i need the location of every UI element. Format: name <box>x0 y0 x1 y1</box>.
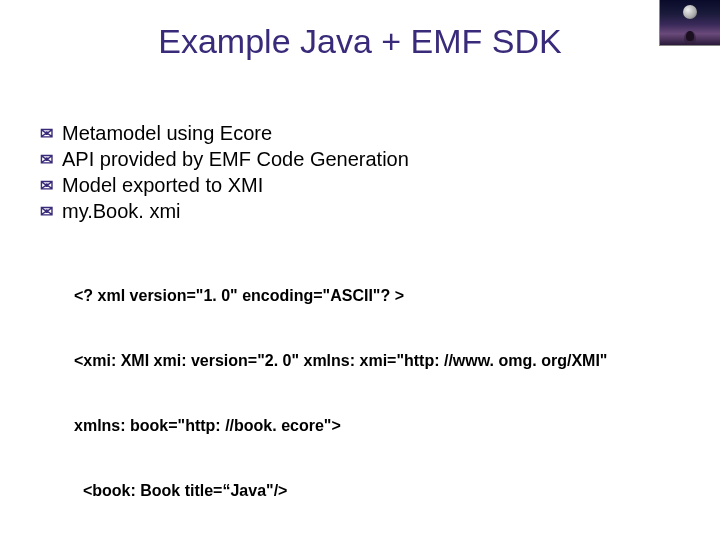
xml-code-block: <? xml version="1. 0" encoding="ASCII"? … <box>74 242 680 540</box>
list-item: ✉ Metamodel using Ecore <box>40 122 680 146</box>
slide-title: Example Java + EMF SDK <box>0 22 720 61</box>
envelope-icon: ✉ <box>40 122 62 146</box>
bullet-text: my.Book. xmi <box>62 200 181 223</box>
xml-line: <? xml version="1. 0" encoding="ASCII"? … <box>74 285 680 307</box>
envelope-icon: ✉ <box>40 174 62 198</box>
slide-content: ✉ Metamodel using Ecore ✉ API provided b… <box>40 120 680 540</box>
list-item: ✉ Model exported to XMI <box>40 174 680 198</box>
bullet-text: Model exported to XMI <box>62 174 263 197</box>
bullet-text: Metamodel using Ecore <box>62 122 272 145</box>
list-item: ✉ my.Book. xmi <box>40 200 680 224</box>
bullet-text: API provided by EMF Code Generation <box>62 148 409 171</box>
envelope-icon: ✉ <box>40 148 62 172</box>
list-item: ✉ API provided by EMF Code Generation <box>40 148 680 172</box>
envelope-icon: ✉ <box>40 200 62 224</box>
xml-line: <book: Book title=“Java"/> <box>74 480 680 502</box>
xml-line: <xmi: XMI xmi: version="2. 0" xmlns: xmi… <box>74 350 680 372</box>
bullet-list: ✉ Metamodel using Ecore ✉ API provided b… <box>40 122 680 224</box>
xml-line: xmlns: book="http: //book. ecore"> <box>74 415 680 437</box>
